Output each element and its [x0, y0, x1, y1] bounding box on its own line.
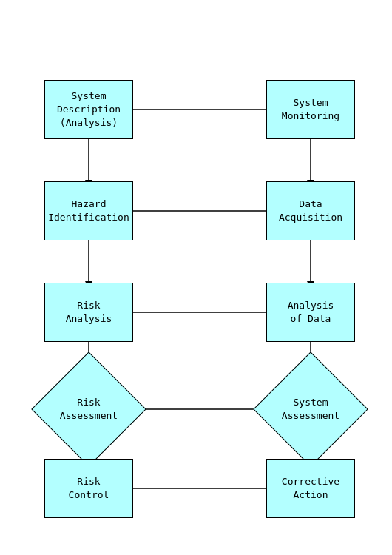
- system-assessment-diamond: System Assessment: [270, 369, 351, 450]
- risk-assessment-diamond: Risk Assessment: [48, 369, 129, 450]
- system-monitoring-box: System Monitoring: [266, 80, 355, 139]
- system-monitoring-label: System Monitoring: [282, 96, 339, 123]
- system-description-box: System Description (Analysis): [44, 80, 133, 139]
- analysis-of-data-label: Analysis of Data: [288, 299, 334, 326]
- hazard-identification-box: Hazard Identification: [44, 181, 133, 240]
- corrective-action-box: Corrective Action: [266, 459, 355, 518]
- risk-assessment-label: Risk Assessment: [60, 396, 118, 423]
- system-description-label: System Description (Analysis): [57, 90, 121, 130]
- diagram: System Description (Analysis) Hazard Ide…: [0, 0, 392, 555]
- data-acquisition-box: Data Acquisition: [266, 181, 355, 240]
- risk-control-label: Risk Control: [69, 475, 109, 502]
- risk-control-box: Risk Control: [44, 459, 133, 518]
- analysis-of-data-box: Analysis of Data: [266, 283, 355, 342]
- system-assessment-label: System Assessment: [282, 396, 339, 423]
- data-acquisition-label: Data Acquisition: [279, 198, 342, 224]
- corrective-action-label: Corrective Action: [282, 475, 339, 502]
- risk-analysis-label: Risk Analysis: [66, 299, 112, 326]
- risk-analysis-box: Risk Analysis: [44, 283, 133, 342]
- hazard-identification-label: Hazard Identification: [48, 198, 129, 224]
